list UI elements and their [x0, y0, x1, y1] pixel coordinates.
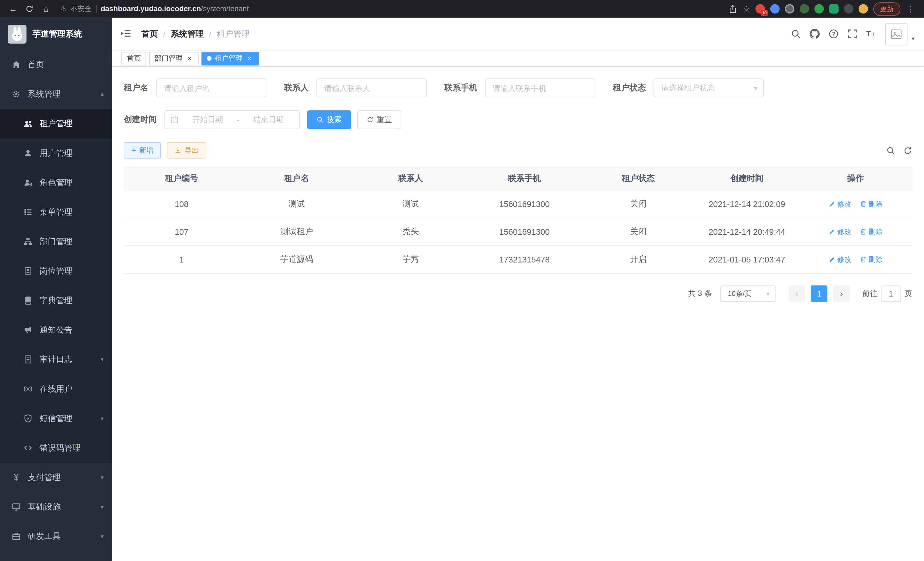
sidebar-item-error-code[interactable]: 错误码管理	[0, 433, 112, 463]
browser-home-button[interactable]: ⌂	[39, 2, 53, 15]
prev-page-button[interactable]: ‹	[789, 285, 805, 302]
fullscreen-icon[interactable]	[848, 29, 857, 39]
sidebar-item-post[interactable]: 岗位管理	[0, 256, 112, 286]
sidebar-item-dict[interactable]: 字典管理	[0, 286, 112, 315]
date-end-placeholder: 结束日期	[243, 114, 294, 125]
sidebar-item-sms[interactable]: 短信管理 ▾	[0, 404, 112, 433]
search-button[interactable]: 搜索	[307, 110, 351, 129]
sidebar-item-tenant[interactable]: 租户管理	[0, 109, 112, 139]
delete-button[interactable]: 删除	[860, 254, 883, 265]
tenant-name-input[interactable]	[156, 78, 267, 97]
reset-button[interactable]: 重置	[357, 110, 401, 129]
sidebar-item-devtools[interactable]: 研发工具 ▾	[0, 522, 112, 551]
sidebar-item-dept[interactable]: 部门管理	[0, 227, 112, 256]
address-divider	[96, 5, 97, 13]
breadcrumb-home[interactable]: 首页	[141, 29, 158, 39]
cell-phone: 17321315478	[467, 255, 582, 264]
chevron-up-icon: ▾	[101, 92, 104, 98]
sidebar-item-user[interactable]: 用户管理	[0, 139, 112, 168]
sidebar: 芋道管理系统 首页 系统管理 ▾ 租户管理 用户管理 角色管理	[0, 18, 112, 561]
delete-label: 删除	[868, 199, 883, 209]
delete-button[interactable]: 删除	[860, 227, 883, 237]
tab-tenant[interactable]: 租户管理 ×	[201, 51, 259, 65]
page-size-select[interactable]: 10条/页 ▾	[720, 285, 776, 302]
sidebar-item-label: 通知公告	[39, 325, 73, 335]
gear-icon	[12, 90, 21, 99]
sidebar-item-infrastructure[interactable]: 基础设施 ▾	[0, 492, 112, 522]
browser-refresh-button[interactable]	[22, 2, 37, 15]
sidebar-item-menu[interactable]: 菜单管理	[0, 198, 112, 227]
screen: ← ⌂ ⚠ 不安全 dashboard.yudao.iocoder.cn/sys…	[0, 0, 924, 561]
address-bar[interactable]: ⚠ 不安全 dashboard.yudao.iocoder.cn/system/…	[56, 4, 726, 14]
menu-list-icon	[24, 208, 33, 217]
delete-label: 删除	[868, 254, 883, 265]
edit-button[interactable]: 修改	[828, 254, 851, 265]
page-number-button[interactable]: 1	[811, 285, 827, 302]
browser-back-button[interactable]: ←	[6, 2, 20, 15]
tab-dept[interactable]: 部门管理 ×	[149, 51, 199, 65]
page-content: 租户名 联系人 联系手机 租户状态 请选择租户状态 ▾	[112, 67, 924, 302]
filter-phone: 联系手机	[444, 78, 595, 97]
chevron-down-icon: ▾	[101, 357, 104, 363]
create-time-range-input[interactable]: 开始日期 - 结束日期	[164, 110, 300, 129]
cell-contact: 芋艿	[354, 254, 467, 265]
sidebar-item-online-users[interactable]: 在线用户	[0, 375, 112, 404]
chevron-down-icon: ▾	[754, 84, 757, 92]
help-icon[interactable]: ?	[829, 29, 838, 39]
app-logo[interactable]: 芋道管理系统	[0, 18, 112, 50]
contact-input[interactable]	[316, 78, 427, 97]
extension-icon-blue[interactable]	[770, 4, 780, 14]
tenant-status-select[interactable]: 请选择租户状态 ▾	[653, 78, 764, 97]
sidebar-item-notice[interactable]: 通知公告	[0, 315, 112, 345]
user-avatar[interactable]	[885, 23, 908, 45]
extension-icon-green-circle[interactable]	[814, 4, 824, 14]
sidebar-item-home[interactable]: 首页	[0, 50, 112, 80]
edit-button[interactable]: 修改	[828, 199, 851, 209]
cell-tenant-id: 107	[124, 227, 239, 236]
delete-button[interactable]: 删除	[860, 199, 883, 209]
chrome-update-button[interactable]: 更新	[873, 2, 901, 15]
add-button[interactable]: + 新增	[124, 142, 161, 159]
sidebar-item-audit-log[interactable]: 审计日志 ▾	[0, 345, 112, 375]
table-toolbar: + 新增 导出	[124, 142, 912, 159]
avatar-caret-icon[interactable]: ▾	[912, 35, 915, 42]
sms-shield-icon	[24, 414, 33, 423]
filter-status: 租户状态 请选择租户状态 ▾	[613, 78, 764, 97]
date-start-placeholder: 开始日期	[182, 114, 233, 125]
url-text[interactable]: dashboard.yudao.iocoder.cn/system/tenant	[100, 5, 249, 13]
close-icon[interactable]: ×	[246, 55, 254, 62]
extension-icon-darkgreen[interactable]	[800, 4, 809, 14]
extension-icon-puzzle[interactable]	[844, 4, 854, 14]
cell-tenant-name: 测试	[239, 199, 354, 209]
breadcrumb-system[interactable]: 系统管理	[171, 29, 204, 39]
post-badge-icon	[24, 266, 33, 276]
extension-icon-ring[interactable]	[785, 4, 794, 14]
delete-label: 删除	[868, 227, 883, 237]
extension-icon-yellow[interactable]	[859, 4, 868, 14]
search-icon[interactable]	[791, 29, 801, 39]
browser-menu-icon[interactable]: ⋮	[906, 4, 916, 13]
extension-icon-red[interactable]: 10	[755, 4, 765, 14]
sidebar-item-payment[interactable]: 支付管理 ▾	[0, 463, 112, 492]
edit-button[interactable]: 修改	[828, 227, 851, 237]
close-icon[interactable]: ×	[186, 55, 194, 62]
font-size-icon[interactable]: TT	[866, 29, 876, 39]
phone-input[interactable]	[485, 78, 595, 97]
sidebar-toggle-button[interactable]	[120, 27, 133, 40]
toggle-search-button[interactable]	[886, 146, 895, 155]
github-icon[interactable]	[810, 29, 820, 39]
bookmark-star-icon[interactable]: ☆	[743, 4, 750, 14]
sidebar-item-label: 错误码管理	[39, 443, 81, 453]
sidebar-item-system[interactable]: 系统管理 ▾	[0, 80, 112, 109]
extension-icon-green-square[interactable]	[829, 4, 838, 14]
filter-create-time: 创建时间 开始日期 - 结束日期	[124, 110, 300, 129]
refresh-button[interactable]	[903, 146, 912, 155]
share-icon[interactable]	[729, 4, 737, 13]
next-page-button[interactable]: ›	[833, 285, 850, 302]
sidebar-item-role[interactable]: 角色管理	[0, 168, 112, 198]
tenant-table: 租户编号 租户名 联系人 联系手机 租户状态 创建时间 操作 108 测试 测试…	[124, 167, 912, 274]
goto-page-input[interactable]	[881, 285, 901, 302]
export-button[interactable]: 导出	[167, 142, 206, 159]
cell-contact: 秃头	[354, 226, 467, 237]
tab-home[interactable]: 首页	[122, 51, 146, 65]
